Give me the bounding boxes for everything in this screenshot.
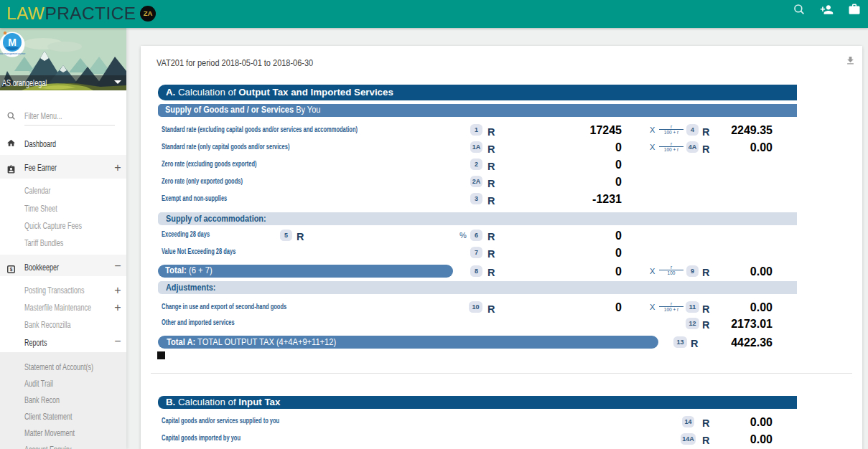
svg-text:your management partner: your management partner [0, 52, 26, 55]
svg-text:M: M [8, 37, 17, 48]
svg-text:$: $ [10, 267, 13, 273]
